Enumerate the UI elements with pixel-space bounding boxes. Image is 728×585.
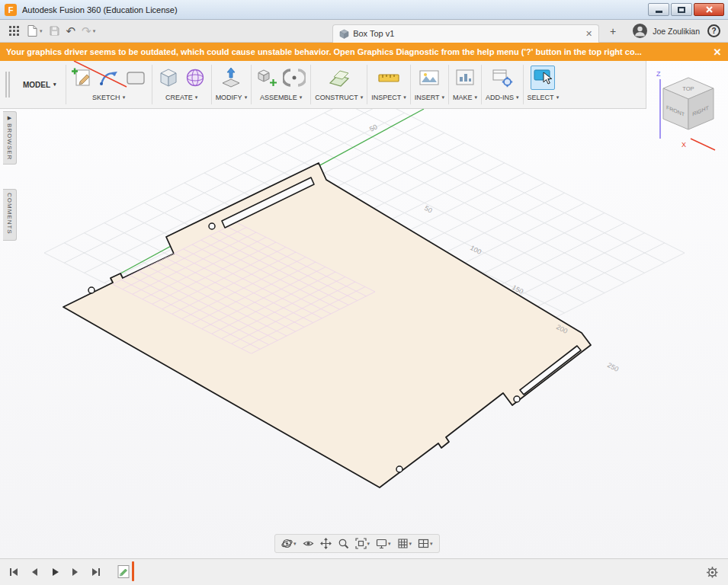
construction-plane-button[interactable] bbox=[327, 66, 351, 90]
orbit-button[interactable]: ▾ bbox=[281, 537, 297, 550]
timeline-go-to-end-button[interactable] bbox=[90, 566, 102, 578]
modify-menu[interactable]: MODIFY▾ bbox=[216, 93, 248, 104]
app-grid-button[interactable] bbox=[6, 22, 23, 40]
document-tab[interactable]: Box Top v1 ✕ bbox=[332, 24, 599, 43]
save-icon bbox=[49, 25, 60, 37]
insert-canvas-button[interactable] bbox=[417, 66, 441, 90]
zoom-button[interactable] bbox=[337, 537, 350, 550]
hole-point[interactable] bbox=[209, 223, 215, 229]
toolbar-group-sketch: SKETCH▾ bbox=[66, 61, 152, 108]
timeline-play-button[interactable] bbox=[49, 566, 61, 578]
model-scene bbox=[0, 61, 728, 558]
fusion-360-window: F Autodesk Fusion 360 (Education License… bbox=[0, 0, 728, 585]
pan-button[interactable] bbox=[319, 537, 332, 550]
measure-ruler-icon bbox=[377, 66, 400, 89]
joint-icon bbox=[283, 66, 306, 89]
step-forward-icon bbox=[69, 566, 82, 578]
timeline-settings-button[interactable] bbox=[706, 566, 719, 582]
stop-sketch-button[interactable] bbox=[123, 66, 148, 90]
window-title: Autodesk Fusion 360 (Education License) bbox=[22, 5, 178, 14]
play-icon bbox=[49, 566, 61, 578]
close-icon bbox=[705, 5, 714, 14]
file-menu-arrow: ▾ bbox=[40, 28, 43, 34]
create-form-button[interactable] bbox=[183, 66, 207, 90]
view-cube[interactable]: Z TOP FRONT RIGHT X bbox=[646, 69, 724, 158]
titlebar: F Autodesk Fusion 360 (Education License… bbox=[0, 0, 728, 20]
sketch-profile[interactable] bbox=[63, 163, 591, 488]
viewports-icon bbox=[418, 538, 429, 549]
select-menu[interactable]: SELECT▾ bbox=[528, 93, 560, 104]
timeline-sketch-feature[interactable] bbox=[117, 564, 130, 582]
workspace-selector[interactable]: MODEL ▾ bbox=[14, 61, 66, 108]
step-back-icon bbox=[28, 566, 40, 578]
workspace-arrow: ▾ bbox=[53, 82, 56, 88]
user-avatar[interactable] bbox=[633, 24, 647, 38]
grid-icon bbox=[397, 538, 409, 549]
new-tab-button[interactable]: + bbox=[605, 25, 621, 37]
addins-menu[interactable]: ADD-INS▾ bbox=[486, 93, 519, 104]
save-button[interactable] bbox=[46, 22, 63, 40]
close-button[interactable] bbox=[694, 3, 724, 16]
toolbar-group-construct: CONSTRUCT▾ bbox=[311, 61, 367, 108]
timeline-position-marker[interactable] bbox=[132, 561, 134, 581]
timeline-step-back-button[interactable] bbox=[28, 566, 40, 578]
make-button[interactable] bbox=[453, 66, 477, 90]
insert-menu[interactable]: INSERT▾ bbox=[415, 93, 444, 104]
press-pull-button[interactable] bbox=[219, 66, 243, 90]
navigation-toolbar: ▾ ▾ bbox=[274, 534, 440, 553]
toolbar-grip[interactable] bbox=[5, 72, 10, 98]
file-menu-button[interactable]: ▾ bbox=[23, 22, 46, 40]
browser-tab-label: BROWSER bbox=[6, 123, 13, 160]
sketch-spline-button[interactable] bbox=[97, 66, 121, 90]
main-toolbar: MODEL ▾ bbox=[0, 61, 646, 109]
document-cube-icon bbox=[339, 29, 349, 39]
joint-button[interactable] bbox=[282, 66, 306, 90]
maximize-button[interactable] bbox=[671, 3, 692, 16]
help-button[interactable]: ? bbox=[707, 24, 720, 37]
user-name: Joe Zoulikian bbox=[653, 27, 700, 36]
form-sphere-icon bbox=[184, 66, 207, 89]
sketch-feature-icon bbox=[117, 564, 130, 579]
new-component-button[interactable] bbox=[255, 66, 280, 90]
select-tool-button[interactable] bbox=[531, 66, 555, 90]
timeline-go-to-start-button[interactable] bbox=[8, 566, 20, 578]
viewport-canvas[interactable]: 50 50 100 150 200 250 MODEL ▾ bbox=[0, 61, 728, 558]
create-sketch-button[interactable] bbox=[70, 66, 95, 90]
press-pull-icon bbox=[220, 66, 242, 89]
make-menu[interactable]: MAKE▾ bbox=[453, 93, 477, 104]
sidebar-tab-comments[interactable]: COMMENTS bbox=[3, 189, 17, 241]
display-settings-button[interactable]: ▾ bbox=[375, 537, 392, 550]
assemble-menu[interactable]: ASSEMBLE▾ bbox=[260, 93, 302, 104]
sidebar-tab-browser[interactable]: ▶ BROWSER bbox=[3, 111, 17, 165]
zoom-icon bbox=[338, 538, 349, 549]
fit-button[interactable]: ▾ bbox=[354, 537, 371, 550]
browser-expand-icon[interactable]: ▶ bbox=[8, 115, 11, 121]
hole-point[interactable] bbox=[514, 396, 520, 402]
sketch-menu[interactable]: SKETCH▾ bbox=[92, 93, 125, 104]
minimize-button[interactable] bbox=[648, 3, 669, 16]
undo-button[interactable]: ↶ bbox=[63, 22, 79, 40]
redo-icon: ↷ bbox=[82, 24, 91, 38]
create-solid-button[interactable] bbox=[156, 66, 181, 90]
scripts-addins-button[interactable] bbox=[490, 66, 515, 90]
pan-icon bbox=[320, 538, 332, 549]
gear-icon bbox=[706, 566, 719, 579]
grid-snap-button[interactable]: ▾ bbox=[396, 537, 413, 550]
create-menu[interactable]: CREATE▾ bbox=[165, 93, 197, 104]
look-at-button[interactable] bbox=[302, 537, 315, 550]
hole-point[interactable] bbox=[396, 466, 402, 472]
inspect-menu[interactable]: INSPECT▾ bbox=[371, 93, 406, 104]
orbit-icon bbox=[281, 538, 293, 549]
tab-close-icon[interactable]: ✕ bbox=[585, 29, 592, 39]
hole-point[interactable] bbox=[88, 287, 95, 293]
viewports-button[interactable]: ▾ bbox=[417, 537, 434, 550]
banner-close-icon[interactable]: ✕ bbox=[707, 46, 728, 58]
construct-menu[interactable]: CONSTRUCT▾ bbox=[315, 93, 363, 104]
workspace-label: MODEL bbox=[23, 81, 50, 89]
document-tab-label: Box Top v1 bbox=[353, 29, 394, 38]
timeline-step-forward-button[interactable] bbox=[69, 566, 82, 578]
redo-button[interactable]: ↷ ▾ bbox=[79, 22, 98, 40]
measure-button[interactable] bbox=[377, 66, 401, 90]
toolbar-group-assemble: ASSEMBLE▾ bbox=[252, 61, 310, 108]
file-icon bbox=[26, 24, 38, 37]
